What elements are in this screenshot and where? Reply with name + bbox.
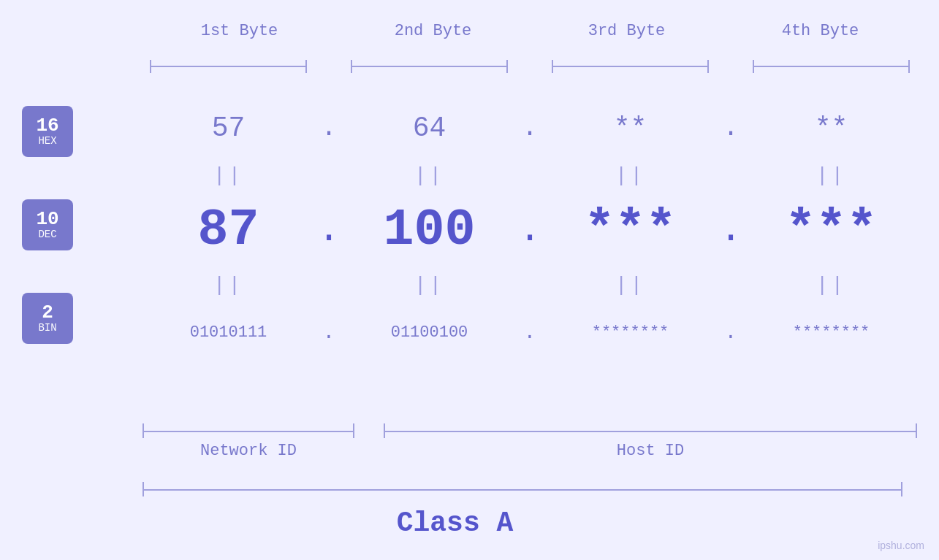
byte2-header: 2nd Byte xyxy=(336,22,530,40)
hex-b1: 57 xyxy=(142,112,314,144)
bin-b4: ******** xyxy=(745,323,917,342)
hex-row: 57 . 64 . ** . ** xyxy=(142,95,917,161)
hex-dot2: . xyxy=(515,113,544,143)
host-id-label: Host ID xyxy=(384,442,917,460)
hex-number: 16 xyxy=(36,116,58,135)
dec-label: 10 DEC xyxy=(22,199,73,250)
eq2-b4: || xyxy=(745,274,917,296)
eq1-b4: || xyxy=(745,164,917,187)
eq-row-1: || || || || xyxy=(142,161,917,190)
base-labels: 16 HEX 10 DEC 2 BIN xyxy=(22,106,73,344)
dec-b3: *** xyxy=(544,202,716,259)
dec-row: 87 . 100 . *** . *** xyxy=(142,190,917,270)
byte-headers: 1st Byte 2nd Byte 3rd Byte 4th Byte xyxy=(142,22,917,40)
network-id-label: Network ID xyxy=(142,442,354,460)
hex-b2: 64 xyxy=(343,112,515,144)
eq2-b2: || xyxy=(343,274,515,296)
dec-b1: 87 xyxy=(142,202,314,259)
bin-b3: ******** xyxy=(544,323,716,342)
eq1-b2: || xyxy=(343,164,515,187)
watermark: ipshu.com xyxy=(878,540,924,551)
class-bracket xyxy=(142,482,902,496)
bin-name: BIN xyxy=(38,322,56,334)
bin-row: 01010111 . 01100100 . ******** . *******… xyxy=(142,299,917,365)
class-label: Class A xyxy=(0,507,910,539)
main-container: 1st Byte 2nd Byte 3rd Byte 4th Byte 16 H… xyxy=(0,0,939,560)
network-bracket xyxy=(142,423,354,438)
byte2-bracket xyxy=(351,58,508,73)
bin-dot3: . xyxy=(716,321,745,344)
dec-b4: *** xyxy=(745,202,917,259)
data-rows: 57 . 64 . ** . ** || || || || 87 . 100 .… xyxy=(142,95,917,365)
bin-b1: 01010111 xyxy=(142,323,314,342)
hex-dot3: . xyxy=(716,113,745,143)
hex-name: HEX xyxy=(38,135,56,147)
byte1-header: 1st Byte xyxy=(142,22,336,40)
dec-b2: 100 xyxy=(343,202,515,259)
byte1-bracket xyxy=(150,58,307,73)
hex-dot1: . xyxy=(314,113,343,143)
byte3-header: 3rd Byte xyxy=(530,22,723,40)
byte3-bracket xyxy=(552,58,709,73)
byte4-header: 4th Byte xyxy=(723,22,917,40)
eq2-b1: || xyxy=(142,274,314,296)
eq1-b1: || xyxy=(142,164,314,187)
bin-dot2: . xyxy=(515,321,544,344)
bin-label: 2 BIN xyxy=(22,293,73,344)
host-bracket xyxy=(384,423,917,438)
dec-number: 10 xyxy=(36,210,58,229)
dec-name: DEC xyxy=(38,229,56,241)
top-bracket-row xyxy=(142,58,917,73)
hex-b3: ** xyxy=(544,112,716,144)
bin-dot1: . xyxy=(314,321,343,344)
dec-dot3: . xyxy=(716,209,745,252)
dec-dot1: . xyxy=(314,209,343,252)
hex-label: 16 HEX xyxy=(22,106,73,157)
bin-b2: 01100100 xyxy=(343,323,515,342)
bin-number: 2 xyxy=(42,303,53,322)
eq1-b3: || xyxy=(544,164,716,187)
dec-dot2: . xyxy=(515,209,544,252)
byte4-bracket xyxy=(753,58,910,73)
eq2-b3: || xyxy=(544,274,716,296)
eq-row-2: || || || || xyxy=(142,270,917,299)
hex-b4: ** xyxy=(745,112,917,144)
